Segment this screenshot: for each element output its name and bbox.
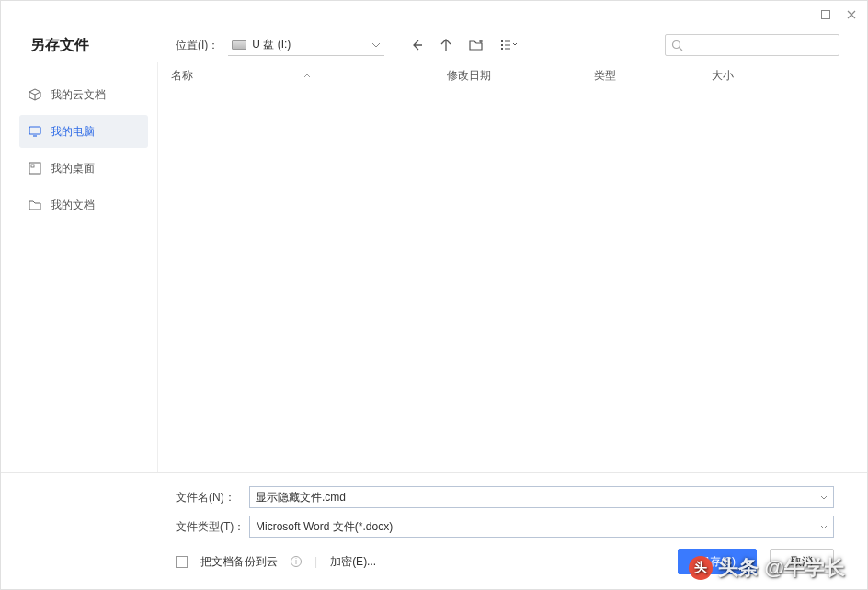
view-options-button[interactable] bbox=[500, 39, 517, 51]
backup-checkbox[interactable] bbox=[176, 556, 188, 568]
sort-caret-icon bbox=[303, 74, 311, 78]
sidebar-item-desktop[interactable]: 我的桌面 bbox=[19, 152, 148, 185]
svg-rect-2 bbox=[505, 41, 510, 42]
file-list-pane: 名称 修改日期 类型 大小 bbox=[157, 62, 867, 472]
cube-icon bbox=[29, 88, 41, 101]
svg-rect-4 bbox=[505, 45, 510, 46]
filename-label: 文件名(N)： bbox=[176, 490, 249, 505]
svg-point-7 bbox=[673, 40, 680, 48]
folder-icon bbox=[29, 199, 41, 211]
location-label: 位置(I)： bbox=[176, 38, 219, 53]
svg-rect-10 bbox=[31, 165, 34, 167]
svg-rect-6 bbox=[505, 49, 510, 50]
search-icon bbox=[671, 40, 683, 51]
filetype-select[interactable]: Microsoft Word 文件(*.docx) bbox=[249, 516, 834, 538]
dialog-title: 另存文件 bbox=[1, 36, 176, 55]
column-header-type[interactable]: 类型 bbox=[594, 68, 712, 84]
filename-input[interactable]: 显示隐藏文件.cmd bbox=[249, 486, 834, 508]
filetype-label: 文件类型(T)： bbox=[176, 519, 249, 535]
info-icon[interactable]: i bbox=[291, 556, 302, 567]
divider: | bbox=[314, 555, 317, 568]
maximize-button[interactable] bbox=[819, 8, 832, 21]
chevron-down-icon[interactable] bbox=[820, 495, 828, 500]
sidebar: 我的云文档 我的电脑 我的桌面 我的文档 bbox=[1, 62, 157, 472]
chevron-down-icon bbox=[371, 42, 381, 48]
sidebar-item-label: 我的文档 bbox=[51, 198, 95, 213]
svg-rect-5 bbox=[501, 48, 503, 50]
svg-rect-0 bbox=[822, 11, 830, 19]
svg-rect-8 bbox=[29, 127, 40, 134]
sidebar-item-label: 我的桌面 bbox=[51, 161, 95, 176]
location-select[interactable]: U 盘 (I:) bbox=[228, 34, 384, 56]
back-button[interactable] bbox=[410, 39, 423, 51]
chevron-down-icon[interactable] bbox=[820, 525, 828, 529]
column-header-size[interactable]: 大小 bbox=[712, 68, 785, 84]
sidebar-item-documents[interactable]: 我的文档 bbox=[19, 188, 148, 221]
location-value: U 盘 (I:) bbox=[252, 37, 291, 52]
close-button[interactable] bbox=[845, 8, 858, 21]
search-input[interactable] bbox=[665, 34, 839, 56]
backup-label: 把文档备份到云 bbox=[200, 554, 278, 570]
up-button[interactable] bbox=[440, 39, 452, 51]
column-header-date[interactable]: 修改日期 bbox=[447, 68, 594, 84]
desktop-icon bbox=[29, 162, 41, 175]
svg-rect-1 bbox=[501, 40, 503, 42]
column-header-name[interactable]: 名称 bbox=[171, 68, 447, 84]
save-button[interactable]: 保存(S) bbox=[678, 549, 757, 574]
monitor-icon bbox=[29, 125, 41, 138]
cancel-button[interactable]: 取消 bbox=[770, 549, 834, 574]
sidebar-item-label: 我的云文档 bbox=[51, 87, 106, 103]
sidebar-item-cloud[interactable]: 我的云文档 bbox=[19, 78, 148, 111]
svg-rect-3 bbox=[501, 44, 503, 46]
drive-icon bbox=[232, 40, 246, 50]
sidebar-item-label: 我的电脑 bbox=[51, 124, 95, 140]
encrypt-link[interactable]: 加密(E)... bbox=[330, 554, 376, 570]
sidebar-item-computer[interactable]: 我的电脑 bbox=[19, 115, 148, 148]
new-folder-button[interactable] bbox=[469, 39, 484, 51]
